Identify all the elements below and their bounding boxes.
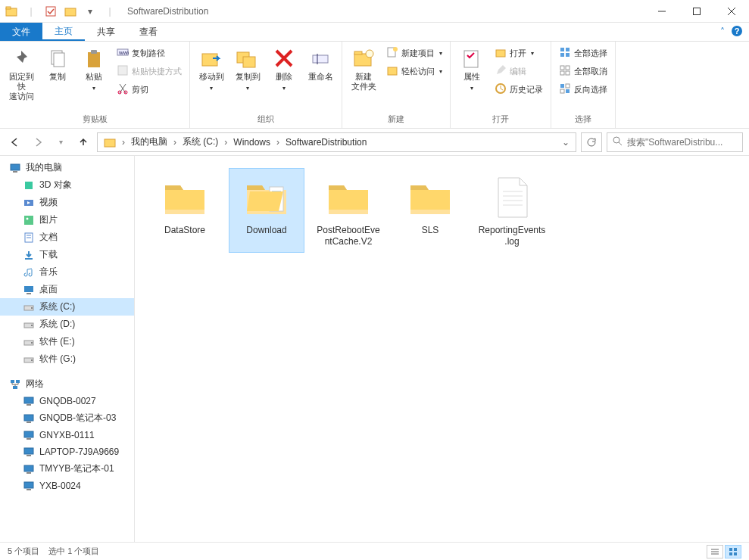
tree-my-pc[interactable]: 我的电脑 (0, 159, 134, 176)
file-name: Download (246, 225, 286, 236)
sidebar-host[interactable]: GNQDB-0027 (0, 393, 134, 409)
paste-button[interactable]: 粘贴▾ (77, 45, 111, 95)
tab-file[interactable]: 文件 (0, 23, 42, 41)
host-label: YXB-0024 (39, 481, 81, 491)
sidebar-item[interactable]: 桌面 (0, 281, 134, 298)
help-icon[interactable]: ? (731, 25, 743, 39)
file-list[interactable]: DataStoreDownloadPostRebootEventCache.V2… (135, 156, 749, 542)
host-label: TMYYB-笔记本-01 (39, 462, 114, 475)
sidebar-item[interactable]: 软件 (G:) (0, 350, 134, 368)
svg-rect-69 (11, 380, 14, 383)
sidebar-item[interactable]: 视频 (0, 194, 134, 211)
newitem-button[interactable]: 新建项目▾ (383, 45, 445, 61)
svg-rect-25 (354, 51, 362, 54)
sidebar-host[interactable]: LAPTOP-7J9A9669 (0, 443, 134, 460)
pin-button[interactable]: 固定到快 速访问 (5, 45, 38, 103)
back-button[interactable] (6, 133, 24, 151)
search-input[interactable] (627, 137, 741, 148)
chevron-right-icon[interactable]: › (275, 137, 281, 148)
host-label: GNQDB-笔记本-03 (39, 412, 116, 425)
paste-shortcut-button[interactable]: 粘贴快捷方式 (114, 63, 185, 79)
item-label: 桌面 (39, 283, 58, 296)
sidebar-item[interactable]: 下载 (0, 246, 134, 263)
pc-icon (23, 412, 35, 425)
invertsel-button[interactable]: 反向选择 (556, 81, 610, 98)
sidebar-item[interactable]: 音乐 (0, 263, 134, 281)
tab-view[interactable]: 查看 (127, 23, 170, 41)
sidebar-item[interactable]: 文档 (0, 229, 134, 246)
sidebar-host[interactable]: TMYYB-笔记本-01 (0, 460, 134, 478)
moveto-button[interactable]: 移动到▾ (195, 45, 228, 95)
crumb-folder[interactable]: SoftwareDistribution (282, 133, 370, 151)
up-button[interactable] (74, 133, 92, 151)
maximize-button[interactable] (679, 0, 714, 23)
tab-home[interactable]: 主页 (42, 23, 85, 41)
recent-dropdown[interactable]: ▾ (51, 133, 70, 151)
forward-button[interactable] (29, 133, 47, 151)
svg-rect-35 (560, 53, 564, 57)
svg-rect-83 (27, 489, 31, 490)
sidebar-item[interactable]: 软件 (E:) (0, 333, 134, 350)
svg-rect-98 (729, 552, 732, 555)
copyto-button[interactable]: 复制到▾ (231, 45, 264, 95)
folder-icon (3, 3, 20, 20)
chevron-right-icon[interactable]: › (120, 137, 126, 148)
sidebar-item[interactable]: 系统 (C:) (0, 298, 134, 316)
easyaccess-button[interactable]: 轻松访问▾ (383, 63, 445, 79)
group-organize: 组织 (195, 112, 337, 126)
open-button[interactable]: 打开▾ (492, 45, 546, 61)
crumb-windows[interactable]: Windows (230, 133, 273, 151)
file-item[interactable]: SLS (392, 168, 468, 253)
edit-button[interactable]: 编辑 (492, 63, 546, 79)
file-item[interactable]: ReportingEvents.log (474, 168, 550, 253)
svg-rect-31 (496, 50, 505, 57)
refresh-button[interactable] (581, 132, 602, 152)
sidebar[interactable]: 我的电脑 3D 对象视频图片文档下载音乐桌面系统 (C:)系统 (D:)软件 (… (0, 156, 135, 542)
collapse-ribbon-icon[interactable]: ˄ (720, 26, 725, 37)
sidebar-item[interactable]: 3D 对象 (0, 176, 134, 194)
edit-icon (495, 64, 507, 78)
sidebar-host[interactable]: GNQDB-笔记本-03 (0, 409, 134, 427)
history-icon (495, 82, 507, 96)
view-details-button[interactable] (707, 545, 723, 558)
minimize-button[interactable] (644, 0, 679, 23)
file-item[interactable]: Download (229, 168, 304, 253)
item-label: 视频 (39, 196, 58, 209)
view-icons-button[interactable] (725, 545, 741, 558)
close-button[interactable] (714, 0, 749, 23)
file-item[interactable]: DataStore (147, 168, 223, 253)
copy-path-button[interactable]: www复制路径 (114, 45, 185, 61)
tab-share[interactable]: 共享 (85, 23, 127, 41)
sidebar-host[interactable]: YXB-0024 (0, 478, 134, 494)
newfolder-button[interactable]: 新建 文件夹 (347, 45, 380, 93)
search-icon (612, 135, 623, 148)
item-label: 文档 (39, 231, 58, 244)
selectnone-button[interactable]: 全部取消 (556, 63, 610, 79)
breadcrumb[interactable]: › 我的电脑 › 系统 (C:) › Windows › SoftwareDis… (97, 132, 576, 152)
crumb-drive[interactable]: 系统 (C:) (179, 133, 221, 151)
crumb-pc[interactable]: 我的电脑 (128, 133, 170, 151)
search-box[interactable] (607, 132, 743, 152)
sidebar-item[interactable]: 图片 (0, 211, 134, 229)
file-item[interactable]: PostRebootEventCache.V2 (311, 168, 386, 253)
rename-icon (308, 46, 332, 70)
sidebar-item[interactable]: 系统 (D:) (0, 316, 134, 333)
cut-button[interactable]: 剪切 (114, 81, 185, 98)
properties-button[interactable]: 属性▾ (455, 45, 488, 95)
folder-small-icon[interactable] (62, 3, 79, 20)
sidebar-host[interactable]: GNYXB-0111 (0, 427, 134, 443)
chevron-right-icon[interactable]: › (223, 137, 229, 148)
history-button[interactable]: 历史记录 (492, 81, 546, 98)
file-icon (488, 173, 536, 222)
delete-button[interactable]: 删除▾ (267, 45, 301, 95)
ribbon-tabs: 文件 主页 共享 查看 ˄ ? (0, 23, 749, 42)
properties-icon[interactable] (42, 3, 59, 20)
tree-network[interactable]: 网络 (0, 375, 134, 393)
rename-button[interactable]: 重命名 (304, 45, 337, 83)
chevron-down-icon[interactable]: ⌄ (559, 137, 573, 148)
copy-button[interactable]: 复制 (41, 45, 74, 83)
chevron-right-icon[interactable]: › (172, 137, 178, 148)
selectall-button[interactable]: 全部选择 (556, 45, 610, 61)
qat-dropdown-icon[interactable]: ▾ (82, 3, 98, 20)
svg-rect-79 (27, 455, 31, 456)
